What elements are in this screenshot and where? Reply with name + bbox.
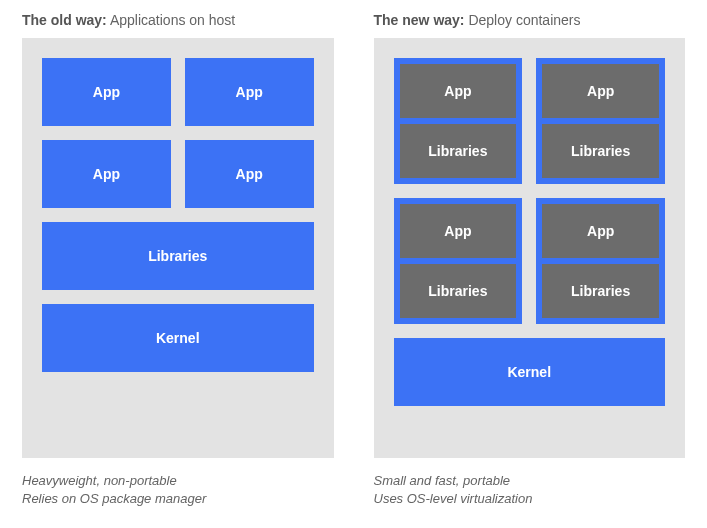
- container-libraries-box: Libraries: [400, 264, 517, 318]
- container-app-box: App: [542, 204, 659, 258]
- old-app-box: App: [42, 58, 171, 126]
- new-way-column: The new way: Deploy containers App Libra…: [374, 12, 686, 507]
- container-box: App Libraries: [394, 58, 523, 184]
- old-way-title-bold: The old way:: [22, 12, 107, 28]
- new-way-title: The new way: Deploy containers: [374, 12, 686, 28]
- new-kernel-box: Kernel: [394, 338, 666, 406]
- container-libraries-box: Libraries: [400, 124, 517, 178]
- old-app-row-1: App App: [42, 58, 314, 126]
- old-way-title-rest: Applications on host: [110, 12, 235, 28]
- old-way-panel: App App App App Libraries Kernel: [22, 38, 334, 458]
- old-footer-line: Heavyweight, non-portable: [22, 472, 334, 490]
- new-way-panel: App Libraries App Libraries App Librarie…: [374, 38, 686, 458]
- new-way-footer: Small and fast, portable Uses OS-level v…: [374, 472, 686, 507]
- diagram-columns: The old way: Applications on host App Ap…: [22, 12, 685, 507]
- container-libraries-box: Libraries: [542, 264, 659, 318]
- old-way-column: The old way: Applications on host App Ap…: [22, 12, 334, 507]
- container-row-1: App Libraries App Libraries: [394, 58, 666, 184]
- container-app-box: App: [400, 64, 517, 118]
- container-box: App Libraries: [394, 198, 523, 324]
- new-footer-line: Uses OS-level virtualization: [374, 490, 686, 508]
- new-way-title-rest: Deploy containers: [468, 12, 580, 28]
- old-app-row-2: App App: [42, 140, 314, 208]
- old-footer-line: Relies on OS package manager: [22, 490, 334, 508]
- old-way-title: The old way: Applications on host: [22, 12, 334, 28]
- old-app-box: App: [42, 140, 171, 208]
- container-app-box: App: [542, 64, 659, 118]
- container-box: App Libraries: [536, 58, 665, 184]
- new-way-title-bold: The new way:: [374, 12, 465, 28]
- old-libraries-box: Libraries: [42, 222, 314, 290]
- old-way-footer: Heavyweight, non-portable Relies on OS p…: [22, 472, 334, 507]
- old-kernel-box: Kernel: [42, 304, 314, 372]
- old-app-box: App: [185, 58, 314, 126]
- container-box: App Libraries: [536, 198, 665, 324]
- container-app-box: App: [400, 204, 517, 258]
- container-libraries-box: Libraries: [542, 124, 659, 178]
- new-footer-line: Small and fast, portable: [374, 472, 686, 490]
- container-row-2: App Libraries App Libraries: [394, 198, 666, 324]
- old-app-box: App: [185, 140, 314, 208]
